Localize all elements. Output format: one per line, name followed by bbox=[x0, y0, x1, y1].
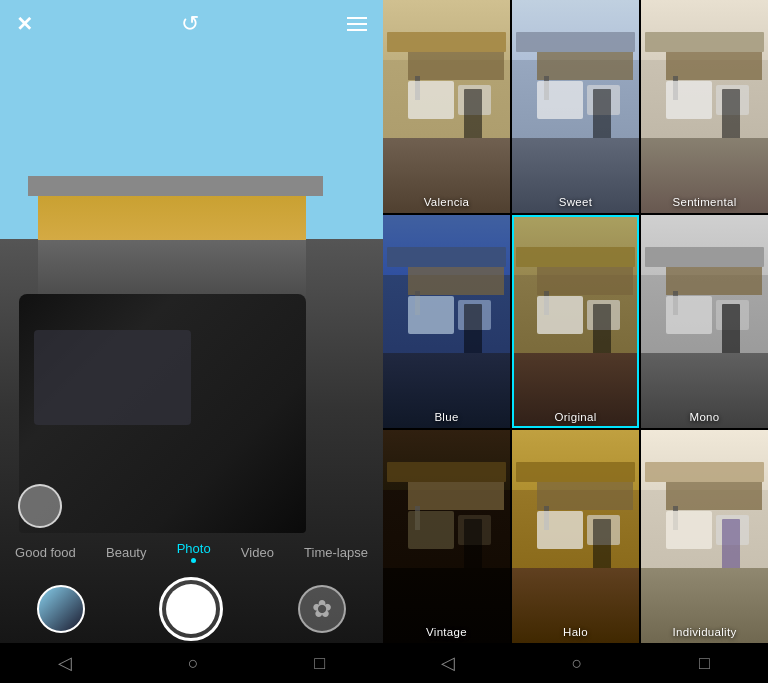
bus1 bbox=[537, 296, 582, 334]
canopy-mid bbox=[666, 482, 761, 509]
bus1 bbox=[666, 296, 711, 334]
filter-cell-vintage[interactable]: Vintage bbox=[383, 430, 510, 643]
canopy-top bbox=[387, 32, 506, 52]
canopy-top bbox=[645, 247, 764, 267]
filter-cell-halo[interactable]: Halo bbox=[512, 430, 639, 643]
canopy-mid bbox=[666, 267, 761, 294]
filter-label-blue: Blue bbox=[383, 411, 510, 423]
canopy-mid bbox=[537, 52, 632, 79]
thumbnail-button[interactable] bbox=[37, 585, 85, 633]
mode-beauty[interactable]: Beauty bbox=[100, 541, 152, 564]
right-recents-icon[interactable]: □ bbox=[699, 653, 710, 674]
canopy-top bbox=[516, 247, 635, 267]
shutter-inner bbox=[166, 584, 216, 634]
filter-label-original: Original bbox=[512, 411, 639, 423]
canopy-top bbox=[516, 462, 635, 482]
filter-label-sweet: Sweet bbox=[512, 196, 639, 208]
home-nav-icon[interactable]: ○ bbox=[188, 653, 199, 674]
rotate-icon[interactable]: ↺ bbox=[181, 11, 199, 37]
canopy-top bbox=[645, 32, 764, 52]
mode-timelapse[interactable]: Time-lapse bbox=[298, 541, 374, 564]
filter-label-valencia: Valencia bbox=[383, 196, 510, 208]
filter-cell-blue[interactable]: Blue bbox=[383, 215, 510, 428]
canopy-top bbox=[516, 32, 635, 52]
mode-good-food[interactable]: Good food bbox=[9, 541, 82, 564]
filter-cell-individuality[interactable]: Individuality bbox=[641, 430, 768, 643]
filters-grid: Valencia Sweet bbox=[383, 0, 768, 643]
filter-cell-original[interactable]: Original bbox=[512, 215, 639, 428]
filter-label-vintage: Vintage bbox=[383, 626, 510, 638]
recents-nav-icon[interactable]: □ bbox=[314, 653, 325, 674]
camera-viewfinder: ✕ ↺ Good food Beauty Photo Video Time-la… bbox=[0, 0, 383, 683]
menu-icon[interactable] bbox=[347, 17, 367, 31]
canopy-mid bbox=[666, 52, 761, 79]
filter-button[interactable] bbox=[298, 585, 346, 633]
canopy-mid bbox=[408, 267, 503, 294]
left-nav-bar: ◁ ○ □ bbox=[0, 643, 383, 683]
canopy-top bbox=[387, 462, 506, 482]
filter-label-sentimental: Sentimental bbox=[641, 196, 768, 208]
vehicle bbox=[19, 294, 306, 533]
filter-label-mono: Mono bbox=[641, 411, 768, 423]
bus1 bbox=[537, 511, 582, 549]
canopy-top bbox=[387, 247, 506, 267]
bus1 bbox=[408, 511, 453, 549]
mode-photo[interactable]: Photo bbox=[171, 537, 217, 567]
active-mode-indicator bbox=[191, 558, 196, 563]
canopy-mid bbox=[537, 482, 632, 509]
filter-cell-mono[interactable]: Mono bbox=[641, 215, 768, 428]
camera-toolbar: ✕ ↺ bbox=[0, 0, 383, 48]
canopy-mid bbox=[408, 52, 503, 79]
back-nav-icon[interactable]: ◁ bbox=[58, 652, 72, 674]
filter-label-halo: Halo bbox=[512, 626, 639, 638]
bus1 bbox=[666, 511, 711, 549]
filter-cell-valencia[interactable]: Valencia bbox=[383, 0, 510, 213]
focus-indicator bbox=[18, 484, 62, 528]
right-home-icon[interactable]: ○ bbox=[572, 653, 583, 674]
canopy-mid bbox=[408, 482, 503, 509]
camera-controls bbox=[0, 575, 383, 643]
shutter-button[interactable] bbox=[159, 577, 223, 641]
bus1 bbox=[537, 81, 582, 119]
filter-panel: Valencia Sweet bbox=[383, 0, 768, 683]
bus1 bbox=[666, 81, 711, 119]
close-icon[interactable]: ✕ bbox=[16, 12, 33, 36]
camera-modes: Good food Beauty Photo Video Time-lapse bbox=[0, 529, 383, 575]
flower-icon bbox=[308, 595, 336, 623]
canopy-top bbox=[645, 462, 764, 482]
bus1 bbox=[408, 296, 453, 334]
filter-cell-sweet[interactable]: Sweet bbox=[512, 0, 639, 213]
bus1 bbox=[408, 81, 453, 119]
camera-preview-panel: ✕ ↺ Good food Beauty Photo Video Time-la… bbox=[0, 0, 383, 683]
mode-video[interactable]: Video bbox=[235, 541, 280, 564]
filter-cell-sentimental[interactable]: Sentimental bbox=[641, 0, 768, 213]
right-nav-bar: ◁ ○ □ bbox=[383, 643, 768, 683]
canopy-mid bbox=[537, 267, 632, 294]
filter-label-individuality: Individuality bbox=[641, 626, 768, 638]
right-back-icon[interactable]: ◁ bbox=[441, 652, 455, 674]
